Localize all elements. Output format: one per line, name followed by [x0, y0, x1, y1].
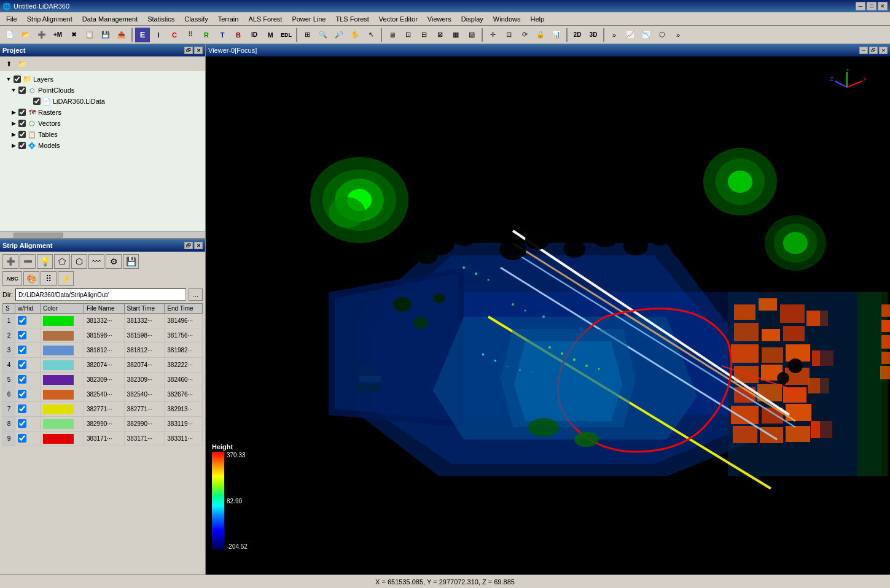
- tb-frame[interactable]: ⊡: [501, 28, 516, 42]
- row-checkbox-cell[interactable]: [15, 343, 41, 358]
- strip-close-btn[interactable]: ✕: [194, 242, 203, 249]
- menu-windows[interactable]: Windows: [488, 12, 526, 25]
- tb-3dbox[interactable]: ⬡: [655, 28, 669, 42]
- tb-view5[interactable]: ▦: [448, 28, 463, 42]
- layers-toggle[interactable]: ▼: [5, 75, 12, 83]
- tb-lock[interactable]: 🔒: [533, 28, 548, 42]
- tb-view2[interactable]: ⊡: [400, 28, 415, 42]
- row-checkbox[interactable]: [18, 434, 26, 443]
- tb-open[interactable]: 📂: [18, 28, 33, 42]
- tb-profile2[interactable]: 📈: [623, 28, 638, 42]
- tb-view1[interactable]: 🖥: [384, 28, 399, 42]
- tb-nav1[interactable]: ⊞: [300, 28, 314, 42]
- tb-i[interactable]: I: [151, 28, 166, 42]
- strip-table-container[interactable]: S w/Hid Color File Name Start Time End T…: [2, 303, 203, 446]
- dir-browse-btn[interactable]: ...: [189, 288, 203, 301]
- rasters-toggle[interactable]: ▶: [10, 109, 17, 116]
- tb-profile[interactable]: 📊: [549, 28, 564, 42]
- row-checkbox[interactable]: [18, 360, 26, 369]
- tb-c[interactable]: C: [167, 28, 182, 42]
- tb-b[interactable]: B: [231, 28, 246, 42]
- row-checkbox[interactable]: [18, 419, 26, 428]
- row-checkbox[interactable]: [18, 404, 26, 413]
- tree-pointclouds[interactable]: ▼ ⬡ PointClouds: [2, 85, 203, 96]
- row-checkbox-cell[interactable]: [15, 402, 41, 417]
- tb-copy[interactable]: 📋: [82, 28, 97, 42]
- maximize-button[interactable]: □: [867, 2, 876, 10]
- lidata-toggle[interactable]: [25, 98, 32, 105]
- row-checkbox-cell[interactable]: [15, 358, 41, 373]
- tree-tables[interactable]: ▶ 📋 Tables: [2, 129, 203, 140]
- tb-add[interactable]: ➕: [34, 28, 49, 42]
- tb-zoom-out[interactable]: 🔎: [332, 28, 346, 42]
- menu-statistics[interactable]: Statistics: [142, 12, 179, 25]
- tb-e[interactable]: E: [135, 28, 150, 42]
- menu-tls-forest[interactable]: TLS Forest: [330, 12, 373, 25]
- strip-abc-btn[interactable]: ABC: [2, 271, 22, 286]
- dir-input[interactable]: [15, 288, 186, 301]
- viewer-close-btn[interactable]: ✕: [879, 47, 888, 54]
- proj-folder[interactable]: 📁: [16, 58, 28, 70]
- title-bar-controls[interactable]: ─ □ ✕: [856, 2, 888, 10]
- tb-r[interactable]: R: [199, 28, 214, 42]
- strip-restore-btn[interactable]: 🗗: [184, 242, 193, 249]
- tb-3d[interactable]: 3D: [586, 28, 601, 42]
- tb-view6[interactable]: ▧: [464, 28, 479, 42]
- viewer-restore-btn[interactable]: 🗗: [869, 47, 878, 54]
- row-checkbox-cell[interactable]: [15, 417, 41, 431]
- project-panel-controls[interactable]: 🗗 ✕: [184, 47, 203, 54]
- strip-wave-btn[interactable]: 〰: [88, 254, 104, 269]
- tb-more1[interactable]: »: [607, 28, 622, 42]
- models-toggle[interactable]: ▶: [10, 142, 17, 149]
- strip-panel-controls[interactable]: 🗗 ✕: [184, 242, 203, 249]
- tables-checkbox[interactable]: [18, 131, 26, 138]
- tb-dots[interactable]: ⠿: [183, 28, 198, 42]
- tb-t[interactable]: T: [215, 28, 230, 42]
- rasters-checkbox[interactable]: [18, 109, 26, 116]
- menu-power-line[interactable]: Power Line: [287, 12, 330, 25]
- project-restore-btn[interactable]: 🗗: [184, 47, 193, 54]
- strip-remove-btn[interactable]: ➖: [20, 254, 36, 269]
- project-hscrollbar-thumb[interactable]: [14, 233, 63, 238]
- row-checkbox-cell[interactable]: [15, 314, 41, 328]
- tb-more2[interactable]: »: [671, 28, 685, 42]
- menu-viewers[interactable]: Viewers: [423, 12, 456, 25]
- row-checkbox-cell[interactable]: [15, 387, 41, 402]
- tb-zoom-in[interactable]: 🔍: [316, 28, 330, 42]
- strip-color-btn[interactable]: 🎨: [23, 271, 39, 286]
- strip-light-btn[interactable]: 💡: [37, 254, 53, 269]
- row-checkbox[interactable]: [18, 346, 26, 354]
- tb-delete[interactable]: ✖: [66, 28, 81, 42]
- tb-profile3[interactable]: 📉: [639, 28, 654, 42]
- viewer-content[interactable]: X Y Z Height 370.33 82.90 -204.52: [206, 56, 890, 574]
- strip-points-btn[interactable]: ⠿: [41, 271, 57, 286]
- pc-checkbox[interactable]: [18, 87, 26, 94]
- strip-settings-btn[interactable]: ⚙: [106, 254, 122, 269]
- minimize-button[interactable]: ─: [856, 2, 865, 10]
- row-checkbox[interactable]: [18, 331, 26, 339]
- row-checkbox[interactable]: [18, 316, 26, 325]
- tb-pan[interactable]: ✋: [348, 28, 362, 42]
- tb-view4[interactable]: ⊠: [432, 28, 447, 42]
- menu-als-forest[interactable]: ALS Forest: [243, 12, 287, 25]
- row-checkbox-cell[interactable]: [15, 328, 41, 343]
- row-checkbox[interactable]: [18, 390, 26, 398]
- tree-models[interactable]: ▶ 💠 Models: [2, 140, 203, 151]
- tb-edl[interactable]: EDL: [279, 28, 294, 42]
- menu-terrain[interactable]: Terrain: [213, 12, 244, 25]
- menu-display[interactable]: Display: [456, 12, 488, 25]
- tb-cross[interactable]: ✛: [485, 28, 500, 42]
- tb-m[interactable]: M: [263, 28, 278, 42]
- menu-help[interactable]: Help: [525, 12, 549, 25]
- tree-layers[interactable]: ▼ 📁 Layers: [2, 74, 203, 85]
- tb-view3[interactable]: ⊟: [416, 28, 431, 42]
- close-button[interactable]: ✕: [878, 2, 888, 10]
- tb-save[interactable]: 💾: [98, 28, 113, 42]
- row-checkbox-cell[interactable]: [15, 373, 41, 387]
- vectors-checkbox[interactable]: [18, 120, 26, 127]
- row-checkbox[interactable]: [18, 375, 26, 384]
- tb-select[interactable]: ↖: [364, 28, 378, 42]
- tables-toggle[interactable]: ▶: [10, 131, 17, 138]
- menu-file[interactable]: File: [1, 12, 22, 25]
- menu-classify[interactable]: Classify: [179, 12, 213, 25]
